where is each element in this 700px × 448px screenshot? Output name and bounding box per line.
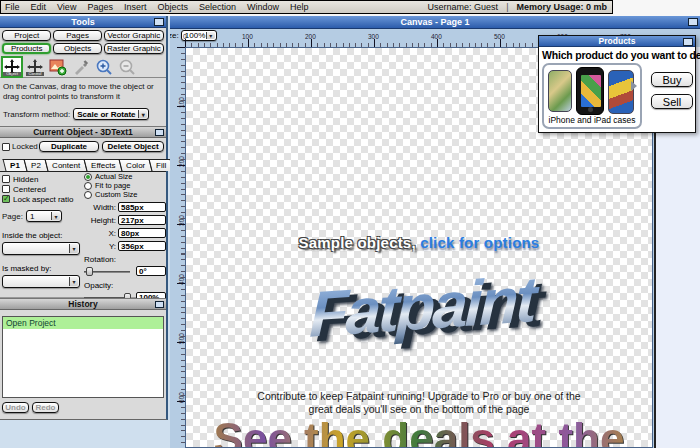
menu-edit[interactable]: Edit (31, 2, 47, 12)
transform-method-label: Transform method: (3, 110, 70, 119)
checkbox-icon (2, 175, 10, 183)
products-palette: Products Which product do you want to de… (538, 35, 696, 133)
sell-button[interactable]: Sell (651, 94, 693, 109)
buy-button[interactable]: Buy (651, 72, 693, 87)
lock-aspect-ratio-checkbox[interactable]: Lock aspect ratio (2, 194, 82, 204)
zoom-out-icon[interactable] (118, 58, 136, 76)
tab-content[interactable]: Content (44, 159, 87, 171)
pages-button[interactable]: Pages (53, 30, 101, 41)
inside-object-select[interactable]: ▾ (2, 242, 80, 255)
raster-graphic-button[interactable]: Raster Graphic (104, 43, 164, 54)
hidden-checkbox[interactable]: Hidden (2, 174, 82, 184)
menu-window[interactable]: Window (247, 2, 279, 12)
products-titlebar: Products (539, 36, 695, 47)
menu-objects[interactable]: Objects (157, 2, 188, 12)
menu-selection[interactable]: Selection (199, 2, 236, 12)
y-label: Y: (109, 242, 116, 251)
collapse-icon[interactable] (155, 301, 164, 308)
locked-checkbox[interactable]: Locked (2, 142, 36, 151)
menu-insert[interactable]: Insert (124, 2, 147, 12)
height-input[interactable]: 217px (118, 215, 166, 225)
sample-objects-text[interactable]: Sample objects, click for options (186, 234, 652, 251)
deals-banner-text[interactable]: See the deals at the (186, 414, 652, 448)
menu-view[interactable]: View (57, 2, 76, 12)
canvas-titlebar: Canvas - Page 1 (170, 16, 700, 29)
width-label: Width: (93, 203, 116, 212)
width-input[interactable]: 585px (118, 202, 166, 212)
history-title: History (68, 299, 97, 309)
products-button[interactable]: Products (2, 43, 51, 54)
menubar: File Edit View Pages Insert Objects Sele… (0, 0, 613, 14)
vertical-ruler: 100 200 300 400 500 600 (170, 47, 185, 448)
phone-case-right (608, 70, 634, 114)
zoom-in-icon[interactable] (95, 58, 113, 76)
history-item[interactable]: Open Project (3, 317, 163, 329)
redo-button[interactable]: Redo (32, 402, 59, 413)
contribute-text: Contribute to keep Fatpaint running! Upg… (186, 390, 652, 416)
object-move-icon[interactable]: Object (3, 58, 21, 76)
history-list: Open Project (2, 316, 164, 398)
chevron-down-icon: ▾ (69, 277, 78, 286)
tools-panel-titlebar: Tools (0, 16, 166, 28)
undo-button[interactable]: Undo (2, 402, 29, 413)
x-label: X: (108, 229, 116, 238)
duplicate-button[interactable]: Duplicate (39, 141, 99, 152)
vector-graphic-button[interactable]: Vector Graphic (104, 30, 164, 41)
chevron-down-icon: ▾ (51, 212, 60, 220)
iphone-cases-image (546, 67, 638, 115)
product-thumbnail[interactable]: iPhone and iPad cases (542, 63, 642, 129)
product-label: iPhone and iPad cases (544, 115, 640, 125)
actual-size-radio[interactable]: Actual Size (84, 172, 166, 181)
control-move-icon[interactable]: Control (26, 58, 44, 76)
collapse-icon[interactable] (688, 18, 698, 26)
size-label: Size: (170, 31, 179, 40)
masked-by-select[interactable]: ▾ (2, 275, 80, 288)
delete-object-button[interactable]: Delete Object (102, 141, 164, 152)
menu-pages[interactable]: Pages (87, 2, 113, 12)
menu-help[interactable]: Help (290, 2, 309, 12)
rotation-slider: 0° (84, 266, 166, 277)
rotation-input[interactable]: 0° (136, 266, 166, 276)
opacity-label: Opacity: (84, 281, 166, 290)
objects-button[interactable]: Objects (53, 43, 101, 54)
eyedropper-icon[interactable] (72, 58, 90, 76)
masked-by-label: Is masked by: (2, 264, 82, 273)
next-product-arrow-icon[interactable] (631, 81, 637, 91)
current-object-title: Current Object - 3DText1 (33, 127, 133, 137)
tools-panel: Tools Project Pages Vector Graphic Produ… (0, 16, 168, 420)
x-input[interactable]: 80px (118, 228, 166, 238)
menu-file[interactable]: File (5, 2, 20, 12)
canvas-body: Size: 100% ▾ 0 100 200 300 400 500 600 7… (170, 29, 700, 448)
height-label: Height: (91, 216, 116, 225)
slider-thumb[interactable] (86, 267, 93, 276)
checkbox-checked-icon (2, 195, 10, 203)
y-input[interactable]: 356px (118, 241, 166, 251)
rotation-label: Rotation: (84, 255, 166, 264)
products-question: Which product do you want to design? (539, 47, 695, 61)
checkbox-icon (2, 143, 10, 151)
collapse-icon[interactable] (154, 18, 164, 26)
products-title: Products (599, 36, 636, 46)
page-label: Page: (2, 212, 23, 221)
collapse-icon[interactable] (683, 38, 693, 46)
custom-size-radio[interactable]: Custom Size (84, 190, 166, 199)
collapse-icon[interactable] (155, 129, 164, 136)
tab-color[interactable]: Color (118, 159, 152, 171)
project-button[interactable]: Project (2, 30, 51, 41)
centered-checkbox[interactable]: Centered (2, 184, 82, 194)
tab-effects[interactable]: Effects (83, 159, 122, 171)
radio-icon (84, 182, 92, 190)
canvas-window: Canvas - Page 1 Size: 100% ▾ 0 100 200 3… (170, 16, 700, 448)
transform-method-select[interactable]: Scale or Rotate ▾ (73, 108, 149, 120)
radio-icon (84, 191, 92, 199)
memory-usage-label: Memory Usage: 0 mb (516, 2, 607, 12)
tool-help-text: On the Canvas, drag to move the object o… (0, 78, 166, 106)
history-header: History (0, 298, 166, 310)
inside-object-label: Inside the object: (2, 231, 82, 240)
phone-case-left (548, 70, 572, 112)
fit-to-page-radio[interactable]: Fit to page (84, 181, 166, 190)
menubar-separator: | (506, 2, 508, 12)
checkbox-icon (2, 185, 10, 193)
page-select[interactable]: 1 ▾ (26, 210, 62, 222)
add-image-icon[interactable] (49, 58, 67, 76)
